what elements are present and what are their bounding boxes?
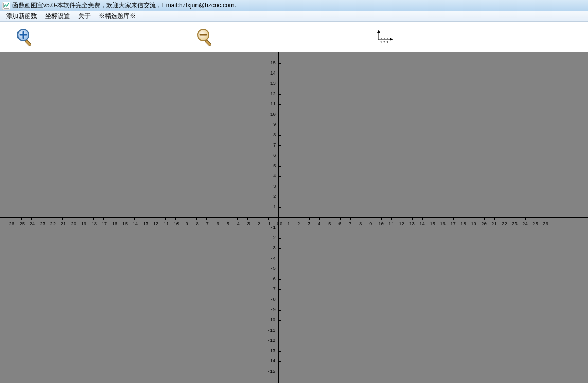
x-tick <box>227 217 227 220</box>
y-tick-label: 14 <box>270 71 276 76</box>
origin-label: 0 <box>280 222 282 227</box>
x-tick <box>443 217 443 220</box>
y-tick-label: -13 <box>267 349 275 354</box>
x-tick <box>453 217 454 220</box>
x-tick <box>309 217 310 220</box>
y-tick <box>278 94 281 95</box>
x-tick-label: 15 <box>430 222 435 227</box>
svg-text:1: 1 <box>380 40 382 44</box>
x-tick <box>371 217 371 220</box>
x-tick <box>268 217 269 220</box>
x-tick-label: -8 <box>193 222 199 227</box>
axes-settings-button[interactable]: 1 2 3 <box>376 30 393 44</box>
x-tick <box>206 217 207 220</box>
svg-rect-9 <box>205 40 211 46</box>
menu-add-function[interactable]: 添加新函数 <box>2 11 41 22</box>
window-title: 函数画图宝v5.0-本软件完全免费，欢迎大家来信交流，Email:hzfxjun… <box>12 1 236 10</box>
x-tick-label: -10 <box>171 222 179 227</box>
y-tick <box>278 104 281 105</box>
y-tick <box>278 341 281 341</box>
x-tick-label: -24 <box>27 222 35 227</box>
y-tick <box>278 269 281 269</box>
y-tick <box>278 156 281 156</box>
x-tick-label: -20 <box>68 222 76 227</box>
menu-about[interactable]: 关于 <box>74 11 95 22</box>
svg-rect-6 <box>25 40 31 46</box>
x-tick-label: 5 <box>328 222 331 227</box>
x-tick <box>247 217 248 220</box>
x-tick-label: -2 <box>255 222 260 227</box>
svg-text:3: 3 <box>386 40 388 44</box>
menubar: 添加新函数 坐标设置 关于 ※精选题库※ <box>0 11 588 22</box>
y-tick <box>278 187 281 187</box>
y-tick-label: -2 <box>270 235 276 241</box>
y-tick-label: -6 <box>270 277 276 282</box>
x-tick <box>464 217 464 220</box>
x-tick <box>299 217 299 220</box>
x-tick <box>361 217 361 220</box>
y-tick-label: -3 <box>270 246 276 251</box>
x-tick <box>145 217 145 220</box>
y-tick <box>278 238 281 239</box>
y-tick <box>278 84 281 84</box>
x-tick-label: -18 <box>88 222 97 227</box>
x-tick-label: 2 <box>297 222 300 227</box>
svg-marker-13 <box>390 38 393 41</box>
y-tick-label: 12 <box>270 92 276 97</box>
y-tick <box>278 331 281 331</box>
x-tick <box>350 217 351 220</box>
menu-coord-settings[interactable]: 坐标设置 <box>41 11 74 22</box>
x-tick <box>484 217 485 220</box>
x-tick-label: -19 <box>78 222 86 227</box>
x-tick <box>21 217 22 220</box>
y-tick-label: -1 <box>270 225 276 230</box>
x-tick-label: 14 <box>419 222 425 227</box>
y-tick <box>278 145 281 146</box>
y-tick <box>278 74 281 74</box>
x-tick <box>494 217 495 220</box>
x-tick-label: 11 <box>388 222 394 227</box>
x-tick <box>114 217 114 220</box>
x-tick-label: 4 <box>318 222 320 227</box>
y-tick-label: 6 <box>273 153 276 158</box>
y-tick-label: 3 <box>273 184 276 189</box>
y-tick <box>278 361 281 362</box>
y-tick <box>278 248 281 249</box>
x-tick-label: -6 <box>213 222 219 227</box>
y-tick <box>278 228 281 228</box>
x-tick-label: 17 <box>450 222 456 227</box>
zoom-in-button[interactable] <box>15 28 34 46</box>
x-tick <box>134 217 135 220</box>
y-tick-label: 4 <box>273 174 276 179</box>
x-tick <box>319 217 320 220</box>
x-tick <box>11 217 11 220</box>
y-tick <box>278 351 281 352</box>
titlebar: 函数画图宝v5.0-本软件完全免费，欢迎大家来信交流，Email:hzfxjun… <box>0 0 588 11</box>
x-tick-label: 24 <box>522 222 528 227</box>
x-tick-label: -15 <box>119 222 128 227</box>
x-tick <box>391 217 392 220</box>
y-tick <box>278 310 281 311</box>
x-tick-label: 20 <box>481 222 487 227</box>
menu-question-bank[interactable]: ※精选题库※ <box>95 11 140 22</box>
x-tick-label: 13 <box>409 222 415 227</box>
graph-canvas[interactable]: -26-25-24-23-22-21-20-19-18-17-16-15-14-… <box>0 52 588 383</box>
x-tick-label: 1 <box>287 222 290 227</box>
x-tick <box>237 217 238 220</box>
x-tick <box>330 217 330 220</box>
zoom-out-button[interactable] <box>195 28 214 46</box>
x-tick <box>62 217 63 220</box>
y-tick <box>278 207 281 208</box>
x-tick <box>124 217 124 220</box>
x-tick-label: -4 <box>234 222 240 227</box>
x-axis <box>0 217 588 218</box>
x-tick-label: -3 <box>244 222 250 227</box>
y-tick <box>278 372 281 372</box>
y-tick-label: -10 <box>267 318 275 323</box>
x-tick <box>42 217 42 220</box>
x-tick-label: -25 <box>16 222 25 227</box>
y-tick-label: -7 <box>270 287 276 292</box>
x-tick <box>196 217 197 220</box>
y-tick <box>278 289 281 290</box>
x-tick <box>93 217 94 220</box>
